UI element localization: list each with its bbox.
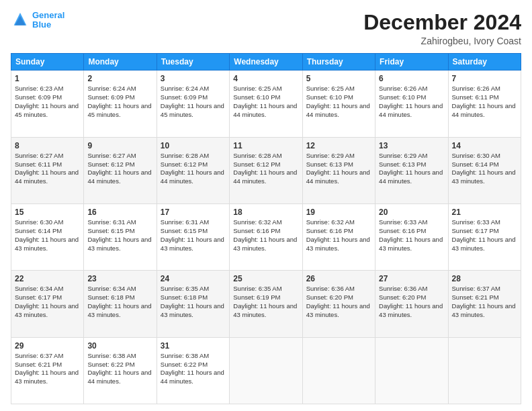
daylight-text: Daylight: 11 hours and 44 minutes. [452,102,516,118]
sunset-text: Sunset: 6:20 PM [306,293,353,301]
calendar-header: Sunday Monday Tuesday Wednesday Thursday… [11,54,521,71]
sunset-text: Sunset: 6:16 PM [306,227,353,234]
sunset-text: Sunset: 6:10 PM [306,93,353,101]
daylight-text: Daylight: 11 hours and 43 minutes. [15,236,79,252]
daylight-text: Daylight: 11 hours and 45 minutes. [87,102,151,118]
sunset-text: Sunset: 6:12 PM [233,161,280,168]
calendar-cell: 11Sunrise: 6:28 AMSunset: 6:12 PMDayligh… [230,137,302,203]
calendar-cell: 17Sunrise: 6:31 AMSunset: 6:15 PMDayligh… [157,203,229,270]
calendar-week-0: 1Sunrise: 6:23 AMSunset: 6:09 PMDaylight… [11,71,521,137]
calendar-week-2: 15Sunrise: 6:30 AMSunset: 6:14 PMDayligh… [11,203,521,270]
sunrise-text: Sunrise: 6:25 AM [233,85,281,92]
logo-blue: Blue [32,19,51,30]
day-number: 30 [87,340,152,351]
daylight-text: Daylight: 11 hours and 43 minutes. [233,302,297,318]
sunset-text: Sunset: 6:13 PM [306,161,353,168]
sunrise-text: Sunrise: 6:37 AM [452,285,500,292]
sunrise-text: Sunrise: 6:30 AM [452,152,500,159]
sunrise-text: Sunrise: 6:26 AM [379,85,427,92]
sunrise-text: Sunrise: 6:27 AM [87,152,136,159]
sunset-text: Sunset: 6:11 PM [452,93,499,101]
sunrise-text: Sunrise: 6:36 AM [379,285,427,292]
day-number: 31 [161,340,226,351]
day-number: 3 [161,73,226,84]
daylight-text: Daylight: 11 hours and 44 minutes. [379,102,443,118]
sunset-text: Sunset: 6:17 PM [452,227,499,234]
title-section: December 2024 Zahirogbeu, Ivory Coast [363,11,521,46]
calendar-cell: 12Sunrise: 6:29 AMSunset: 6:13 PMDayligh… [302,137,375,203]
sunset-text: Sunset: 6:18 PM [87,293,134,301]
daylight-text: Daylight: 11 hours and 44 minutes. [161,169,224,185]
col-wednesday: Wednesday [230,54,302,71]
day-number: 10 [161,140,226,151]
daylight-text: Daylight: 11 hours and 43 minutes. [452,236,516,252]
sunrise-text: Sunrise: 6:36 AM [306,285,355,292]
col-tuesday: Tuesday [157,54,229,71]
daylight-text: Daylight: 11 hours and 43 minutes. [233,236,297,252]
sunrise-text: Sunrise: 6:35 AM [233,285,281,292]
daylight-text: Daylight: 11 hours and 43 minutes. [87,236,151,252]
calendar-cell: 15Sunrise: 6:30 AMSunset: 6:14 PMDayligh… [11,203,84,270]
col-friday: Friday [375,54,448,71]
calendar-cell: 2Sunrise: 6:24 AMSunset: 6:09 PMDaylight… [84,71,157,137]
calendar-cell: 25Sunrise: 6:35 AMSunset: 6:19 PMDayligh… [230,271,302,337]
calendar-cell: 21Sunrise: 6:33 AMSunset: 6:17 PMDayligh… [448,203,521,270]
calendar-cell: 5Sunrise: 6:25 AMSunset: 6:10 PMDaylight… [302,71,375,137]
sunset-text: Sunset: 6:21 PM [15,361,62,368]
calendar-cell: 31Sunrise: 6:38 AMSunset: 6:22 PMDayligh… [157,337,229,404]
sunset-text: Sunset: 6:09 PM [87,93,134,101]
sunset-text: Sunset: 6:21 PM [452,293,499,301]
page-container: General Blue December 2024 Zahirogbeu, I… [0,0,532,411]
daylight-text: Daylight: 11 hours and 43 minutes. [452,169,516,185]
sunrise-text: Sunrise: 6:27 AM [15,152,63,159]
sunrise-text: Sunrise: 6:30 AM [15,218,63,226]
day-number: 13 [379,140,444,151]
logo-text: General Blue [32,11,64,30]
sunrise-text: Sunrise: 6:34 AM [87,285,136,292]
calendar-cell: 22Sunrise: 6:34 AMSunset: 6:17 PMDayligh… [11,271,84,337]
daylight-text: Daylight: 11 hours and 44 minutes. [306,169,370,185]
sunset-text: Sunset: 6:10 PM [379,93,426,101]
day-number: 11 [233,140,298,151]
sunset-text: Sunset: 6:09 PM [161,93,208,101]
col-saturday: Saturday [448,54,521,71]
daylight-text: Daylight: 11 hours and 43 minutes. [161,236,224,252]
daylight-text: Daylight: 11 hours and 43 minutes. [15,369,79,385]
day-number: 1 [15,73,80,84]
calendar-cell [230,337,302,404]
main-title: December 2024 [363,11,521,34]
daylight-text: Daylight: 11 hours and 44 minutes. [306,102,370,118]
sunrise-text: Sunrise: 6:35 AM [161,285,209,292]
sunrise-text: Sunrise: 6:28 AM [161,152,209,159]
sunrise-text: Sunrise: 6:26 AM [452,85,500,92]
daylight-text: Daylight: 11 hours and 44 minutes. [379,169,443,185]
sunrise-text: Sunrise: 6:32 AM [233,218,281,226]
sunrise-text: Sunrise: 6:29 AM [379,152,427,159]
calendar-week-4: 29Sunrise: 6:37 AMSunset: 6:21 PMDayligh… [11,337,521,404]
day-number: 15 [15,207,80,218]
sunrise-text: Sunrise: 6:37 AM [15,352,63,359]
calendar-week-1: 8Sunrise: 6:27 AMSunset: 6:11 PMDaylight… [11,137,521,203]
day-number: 22 [15,273,80,284]
calendar-cell: 14Sunrise: 6:30 AMSunset: 6:14 PMDayligh… [448,137,521,203]
day-number: 25 [233,273,298,284]
calendar-cell [302,337,375,404]
sunrise-text: Sunrise: 6:31 AM [87,218,136,226]
calendar-cell: 30Sunrise: 6:38 AMSunset: 6:22 PMDayligh… [84,337,157,404]
sunset-text: Sunset: 6:22 PM [87,361,134,368]
calendar-cell: 6Sunrise: 6:26 AMSunset: 6:10 PMDaylight… [375,71,448,137]
day-number: 17 [161,207,226,218]
calendar-cell: 28Sunrise: 6:37 AMSunset: 6:21 PMDayligh… [448,271,521,337]
daylight-text: Daylight: 11 hours and 43 minutes. [379,302,443,318]
daylight-text: Daylight: 11 hours and 44 minutes. [87,369,151,385]
sunset-text: Sunset: 6:09 PM [15,93,62,101]
calendar-cell: 4Sunrise: 6:25 AMSunset: 6:10 PMDaylight… [230,71,302,137]
col-thursday: Thursday [302,54,375,71]
calendar-cell: 9Sunrise: 6:27 AMSunset: 6:12 PMDaylight… [84,137,157,203]
calendar-cell: 27Sunrise: 6:36 AMSunset: 6:20 PMDayligh… [375,271,448,337]
day-number: 16 [87,207,152,218]
day-number: 27 [379,273,444,284]
sunrise-text: Sunrise: 6:32 AM [306,218,355,226]
day-number: 12 [306,140,371,151]
day-number: 18 [233,207,298,218]
